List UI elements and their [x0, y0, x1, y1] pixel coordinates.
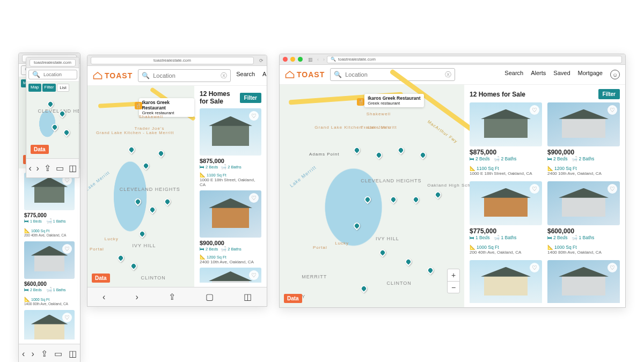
bookmarks-icon[interactable]: ▭	[54, 349, 62, 359]
map-pin[interactable]	[137, 230, 147, 239]
map-view[interactable]: Map Filter List CLEVELAND HEIGHTS Data	[26, 82, 79, 158]
bookmarks-icon[interactable]: ▢	[206, 292, 214, 302]
search-field[interactable]	[153, 72, 217, 79]
favorite-icon[interactable]: ♡	[62, 313, 72, 322]
restaurant-icon[interactable]: 🍴	[357, 98, 364, 106]
map-pin[interactable]	[127, 145, 136, 154]
map-pin[interactable]	[426, 266, 435, 275]
map-pin[interactable]	[389, 195, 398, 204]
window-controls[interactable]	[283, 57, 303, 62]
map-pin[interactable]	[374, 150, 383, 159]
listing-card[interactable]: ♡	[200, 268, 261, 283]
map-poi[interactable]: Lucky	[335, 241, 349, 246]
nav-back-icon[interactable]: ‹	[22, 349, 25, 359]
toggle-map[interactable]: Map	[28, 84, 41, 92]
filter-button[interactable]: Filter	[240, 93, 261, 103]
listing-card[interactable]: ♡ $600,000 2 Beds 1 Baths 1000 Sq Ft 140…	[24, 241, 75, 306]
listing-card[interactable]: ♡ $600,000 2 Beds 1 Baths 1000 Sq Ft 140…	[547, 181, 620, 255]
maximize-icon[interactable]	[298, 57, 303, 62]
map-view[interactable]: MacArthur Fwy 🍴 Ikaros Greek Restaurant …	[280, 85, 464, 307]
map-data-badge[interactable]: Data	[31, 145, 49, 154]
map-poi[interactable]: Lucky	[105, 237, 119, 241]
map-pin[interactable]	[411, 195, 420, 204]
map-poi-callout[interactable]: Ikaros Greek Restaurant Greek restaurant	[364, 94, 423, 108]
favorite-icon[interactable]: ♡	[608, 105, 617, 115]
map-data-badge[interactable]: Data	[284, 294, 302, 303]
toggle-list[interactable]: List	[57, 84, 69, 92]
favorite-icon[interactable]: ♡	[62, 244, 72, 254]
favorite-icon[interactable]: ♡	[530, 184, 539, 194]
favorite-icon[interactable]: ♡	[530, 263, 539, 272]
listing-card[interactable]: ♡ $875,000 2 Beds 2 Baths 1100 Sq Ft 100…	[470, 102, 542, 176]
map-pin[interactable]	[378, 248, 387, 257]
favorite-icon[interactable]: ♡	[608, 263, 617, 272]
nav-alerts[interactable]: Alerts	[262, 71, 267, 80]
restaurant-icon[interactable]: 🍴	[135, 102, 142, 109]
sidebar-icon[interactable]: ▥	[308, 57, 313, 62]
map-pin[interactable]	[62, 128, 71, 137]
tabs-icon[interactable]: ◫	[244, 292, 252, 302]
listing-card[interactable]: ♡ $900,000 2 Beds 2 Baths 1200 Sq Ft 200…	[24, 310, 75, 339]
map-pin[interactable]	[157, 149, 166, 158]
map-pin[interactable]	[363, 195, 372, 204]
share-icon[interactable]: ⇪	[169, 292, 175, 302]
map-pin[interactable]	[352, 221, 361, 231]
map-pin[interactable]	[163, 197, 172, 206]
map-pin[interactable]	[360, 284, 369, 293]
favorite-icon[interactable]: ♡	[530, 105, 539, 115]
close-icon[interactable]	[283, 57, 288, 62]
nav-forward-icon[interactable]: ›	[36, 164, 39, 173]
search-input[interactable]: 🔍	[28, 70, 77, 79]
listing-card[interactable]: ♡ $775,000 1 Beds 1 Baths 1000 Sq Ft 200…	[24, 173, 75, 237]
nav-mortgage[interactable]: Mortgage	[578, 70, 603, 79]
map-pin[interactable]	[404, 257, 413, 266]
tabs-icon[interactable]: ◫	[69, 349, 77, 359]
clear-icon[interactable]: ⓧ	[221, 71, 227, 80]
listing-card[interactable]: ♡ $900,000 2 Beds 2 Baths 1200 Sq Ft 240…	[547, 102, 620, 176]
nav-forward-icon[interactable]: ›	[323, 57, 325, 62]
nav-search[interactable]: Search	[236, 71, 255, 80]
map-poi[interactable]: Shakewell	[367, 112, 391, 116]
map-poi[interactable]: Grand Lake Kitchen - Lake Merritt	[314, 125, 357, 130]
listing-card[interactable]: ♡ $900,000	[470, 260, 542, 303]
map-pin[interactable]	[116, 254, 125, 263]
favorite-icon[interactable]: ♡	[608, 184, 617, 194]
map-pin[interactable]	[129, 262, 138, 271]
map-poi[interactable]: Portal	[313, 245, 327, 250]
minimize-icon[interactable]	[290, 57, 295, 62]
nav-back-icon[interactable]: ‹	[28, 164, 31, 173]
map-poi[interactable]: Shakewell	[139, 114, 163, 119]
nav-search[interactable]: Search	[504, 70, 523, 79]
map-pin[interactable]	[50, 122, 60, 131]
reload-icon[interactable]: ⟳	[259, 58, 264, 63]
nav-forward-icon[interactable]: ›	[31, 349, 34, 359]
map-data-badge[interactable]: Data	[92, 274, 110, 283]
map-poi[interactable]: Portal	[90, 247, 104, 252]
listing-card[interactable]: ♡ $900,000 2 Beds 2 Baths 1200 Sq Ft 240…	[200, 190, 261, 264]
brand-logo[interactable]: TOAST	[93, 71, 133, 80]
search-input[interactable]: 🔍 ⓧ	[138, 69, 231, 82]
map-pin[interactable]	[419, 150, 428, 159]
favorite-icon[interactable]: ♡	[249, 193, 259, 203]
filter-button[interactable]: Filter	[598, 89, 620, 99]
favorite-icon[interactable]: ♡	[249, 111, 259, 121]
map-poi[interactable]: Trader Joe's	[135, 126, 165, 131]
nav-back-icon[interactable]: ‹	[103, 292, 105, 302]
map-pin[interactable]	[133, 197, 142, 206]
url-display[interactable]: 🔍 toastrealestate.com	[327, 56, 622, 63]
zoom-in-button[interactable]: +	[448, 269, 459, 281]
nav-forward-icon[interactable]: ›	[135, 292, 138, 302]
clear-icon[interactable]: ⓧ	[445, 70, 451, 79]
listing-card[interactable]: ♡ $775,000	[547, 260, 620, 303]
listing-card[interactable]: ♡ $875,000 2 Beds 2 Baths 1100 Sq Ft 100…	[200, 108, 261, 187]
share-icon[interactable]: ⇪	[41, 349, 48, 359]
bookmarks-icon[interactable]: ▭	[56, 163, 64, 173]
user-icon[interactable]: ☺	[610, 70, 620, 79]
map-poi[interactable]: Trader Joe's	[361, 125, 391, 130]
map-pin[interactable]	[397, 146, 406, 155]
brand-logo[interactable]: TOAST	[285, 70, 325, 79]
map-pin[interactable]	[433, 190, 442, 200]
favorite-icon[interactable]: ♡	[249, 270, 259, 280]
toggle-filter[interactable]: Filter	[42, 84, 56, 92]
share-icon[interactable]: ⇪	[44, 163, 51, 173]
